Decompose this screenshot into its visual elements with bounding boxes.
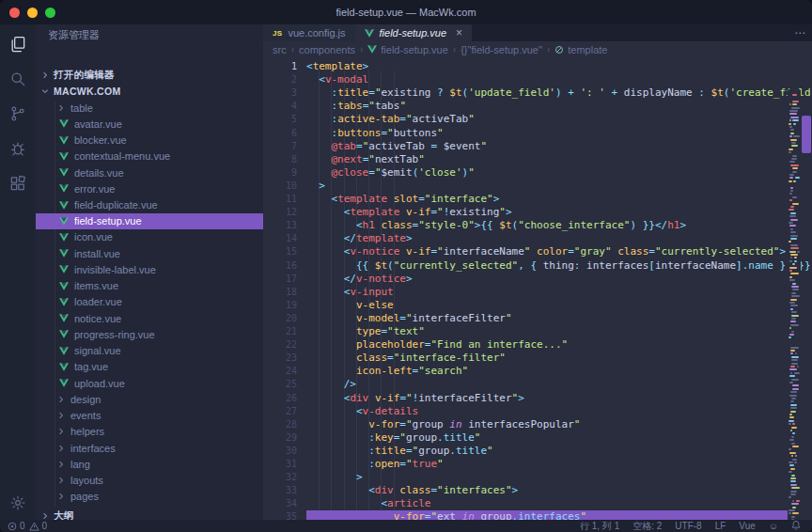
code-line[interactable]: <v-details	[306, 405, 788, 418]
scrollbar-thumb[interactable]	[802, 116, 811, 153]
breadcrumb-item[interactable]: field-setup.vue	[367, 44, 448, 55]
tree-item-contextual-menu-vue[interactable]: contextual-menu.vue	[36, 149, 263, 164]
open-editors-section[interactable]: 打开的编辑器	[36, 67, 263, 83]
code-line[interactable]: :active-tab="activeTab"	[306, 113, 788, 126]
tree-item-layouts[interactable]: layouts	[36, 472, 263, 488]
tree-item-install-vue[interactable]: install.vue	[36, 245, 263, 261]
settings-icon[interactable]	[0, 487, 36, 519]
minimap[interactable]	[788, 90, 801, 520]
tree-item-upload-vue[interactable]: upload.vue	[36, 375, 263, 391]
tree-item-items-vue[interactable]: items.vue	[36, 278, 263, 294]
code-line[interactable]: </template>	[306, 232, 788, 245]
code-line[interactable]: icon-left="search"	[306, 365, 788, 378]
notifications-bell-icon[interactable]	[791, 520, 801, 532]
status-language-mode[interactable]: Vue	[739, 521, 755, 531]
close-tab-icon[interactable]: ×	[456, 26, 462, 39]
code-line[interactable]: :tabs="tabs"	[306, 100, 788, 113]
code-line[interactable]: <v-input	[306, 286, 788, 299]
code-line[interactable]: type="text"	[306, 325, 788, 338]
explorer-icon[interactable]	[0, 28, 36, 60]
minimize-window-button[interactable]	[27, 8, 38, 18]
breadcrumb-item[interactable]: src	[273, 44, 287, 55]
tree-item-avatar-vue[interactable]: avatar.vue	[36, 116, 263, 132]
breadcrumb-item[interactable]: components	[299, 44, 355, 55]
code-line[interactable]: v-for="group in interfacesPopular"	[306, 418, 788, 431]
tree-item-helpers[interactable]: helpers	[36, 424, 263, 440]
code-line[interactable]: <v-modal	[306, 73, 788, 86]
code-line[interactable]: :title="group.title"	[306, 445, 788, 458]
extensions-icon[interactable]	[0, 167, 36, 199]
tree-item-icon-vue[interactable]: icon.vue	[36, 229, 263, 245]
code-line[interactable]: {{ $t("currently_selected", { thing: int…	[306, 259, 788, 273]
feedback-smiley-icon[interactable]: ☺	[769, 521, 778, 531]
code-line[interactable]: <div class="interfaces">	[306, 484, 788, 497]
tree-item-blocker-vue[interactable]: blocker.vue	[36, 132, 263, 148]
minimap-line	[790, 305, 798, 306]
tree-item-lang[interactable]: lang	[36, 456, 263, 472]
code-line[interactable]: v-model="interfaceFilter"	[306, 312, 788, 325]
code-line[interactable]: <v-notice v-if="interfaceName" color="gr…	[306, 245, 788, 258]
tree-item-tag-vue[interactable]: tag.vue	[36, 359, 263, 375]
breadcrumb-item[interactable]: {}"field-setup.vue"	[461, 44, 542, 55]
editor-scrollbar[interactable]	[801, 90, 812, 520]
code-line[interactable]: v-else	[306, 299, 788, 312]
breadcrumb-item[interactable]: template	[554, 44, 607, 55]
code-line[interactable]: @next="nextTab"	[306, 153, 788, 166]
tree-item-events[interactable]: events	[36, 407, 263, 423]
minimap-line	[789, 241, 791, 243]
status-error[interactable]: 0	[8, 521, 25, 531]
code-line[interactable]: >	[306, 180, 788, 193]
tree-item-progress-ring-vue[interactable]: progress-ring.vue	[36, 326, 263, 342]
tree-item-table[interactable]: table	[36, 100, 263, 116]
code-line[interactable]: >	[306, 471, 788, 484]
symbol-icon	[554, 45, 564, 55]
search-icon[interactable]	[0, 63, 36, 95]
error-icon	[8, 522, 17, 531]
tree-item-design[interactable]: design	[36, 391, 263, 407]
code-line[interactable]: <h1 class="style-0">{{ $t("choose_interf…	[306, 219, 788, 232]
status-warning[interactable]: 0	[29, 521, 48, 531]
tree-item-invisible-label-vue[interactable]: invisible-label.vue	[36, 261, 263, 277]
tree-item-loader-vue[interactable]: loader.vue	[36, 294, 263, 310]
code-line[interactable]: :open="true"	[306, 458, 788, 471]
close-window-button[interactable]	[9, 8, 20, 18]
tree-item-interfaces[interactable]: interfaces	[36, 440, 263, 456]
status-eol[interactable]: LF	[715, 521, 726, 531]
tab-vue-config-js[interactable]: JSvue.config.js	[263, 24, 355, 41]
code-line[interactable]: placeholder="Find an interface..."	[306, 338, 788, 352]
code-line[interactable]: @tab="activeTab = $event"	[306, 140, 788, 153]
code-line[interactable]: </v-notice>	[306, 273, 788, 286]
code-line[interactable]: />	[306, 378, 788, 391]
code-line[interactable]: class="interface-filter"	[306, 352, 788, 365]
status-encoding[interactable]: UTF-8	[675, 521, 701, 531]
tree-item-field-duplicate-vue[interactable]: field-duplicate.vue	[36, 196, 263, 212]
code-line[interactable]: <div v-if="!interfaceFilter">	[306, 392, 788, 405]
status-indentation[interactable]: 空格: 2	[632, 520, 662, 532]
source-control-icon[interactable]	[0, 98, 36, 130]
minimap-line	[790, 273, 798, 274]
tree-item-field-setup-vue[interactable]: field-setup.vue	[36, 213, 263, 229]
tab-field-setup-vue[interactable]: field-setup.vue×	[355, 24, 473, 41]
code-line[interactable]: <article	[306, 497, 788, 510]
project-section[interactable]: MACWK.COM	[36, 83, 263, 99]
more-actions-icon[interactable]: ⋯	[794, 26, 806, 39]
tree-item-signal-vue[interactable]: signal.vue	[36, 343, 263, 359]
code-line[interactable]: :title="existing ? $t('update_field') + …	[306, 86, 788, 100]
code-line[interactable]: <template v-if="!existing">	[306, 206, 788, 219]
tree-item-pages[interactable]: pages	[36, 489, 263, 505]
tree-item-details-vue[interactable]: details.vue	[36, 164, 263, 180]
code-line[interactable]: :buttons="buttons"	[306, 127, 788, 140]
code-line[interactable]: :key="group.title"	[306, 431, 788, 445]
code-editor[interactable]: 1234567891011121314151617181920212223242…	[263, 57, 812, 520]
maximize-window-button[interactable]	[45, 8, 55, 18]
outline-section[interactable]: 大纲	[36, 508, 263, 520]
tree-item-error-vue[interactable]: error.vue	[36, 180, 263, 196]
code-line[interactable]: <template slot="interface">	[306, 193, 788, 206]
debug-icon[interactable]	[0, 133, 36, 164]
file-name: avatar.vue	[74, 118, 122, 130]
code-line[interactable]: @close="$emit('close')"	[306, 166, 788, 180]
status-cursor-position[interactable]: 行 1, 列 1	[580, 520, 619, 532]
code-line[interactable]: <template>	[306, 60, 788, 73]
tree-item-notice-vue[interactable]: notice.vue	[36, 310, 263, 326]
minimap-line	[791, 145, 798, 147]
